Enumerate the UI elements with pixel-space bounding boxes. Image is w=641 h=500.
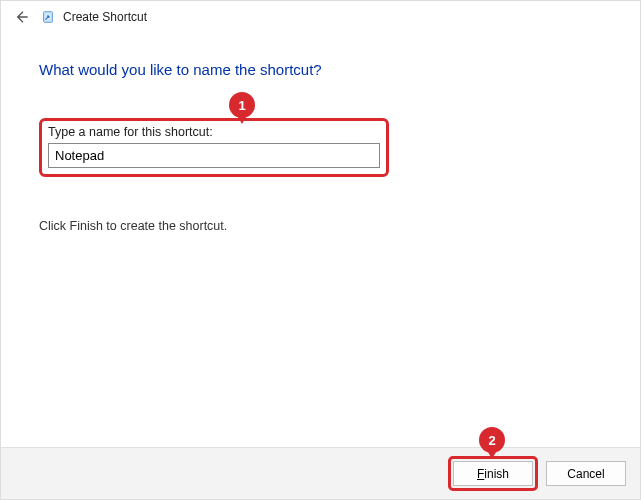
- window-title: Create Shortcut: [63, 10, 147, 24]
- annotation-step-2: 2: [479, 427, 505, 453]
- finish-button[interactable]: Finish: [453, 461, 533, 486]
- shortcut-wizard-icon: [41, 10, 55, 24]
- name-field-group: 1 Type a name for this shortcut:: [39, 118, 389, 177]
- annotation-highlight-1: Type a name for this shortcut:: [39, 118, 389, 177]
- button-bar: 2 Finish Cancel: [1, 447, 640, 499]
- annotation-step-1: 1: [229, 92, 255, 118]
- shortcut-name-label: Type a name for this shortcut:: [48, 125, 380, 139]
- dialog-content: What would you like to name the shortcut…: [1, 33, 640, 233]
- shortcut-name-input[interactable]: [48, 143, 380, 168]
- titlebar: Create Shortcut: [1, 1, 640, 33]
- back-button[interactable]: [9, 5, 33, 29]
- back-arrow-icon: [13, 9, 29, 25]
- cancel-button[interactable]: Cancel: [546, 461, 626, 486]
- annotation-highlight-2: 2 Finish: [448, 456, 538, 491]
- instruction-text: Click Finish to create the shortcut.: [39, 219, 602, 233]
- page-heading: What would you like to name the shortcut…: [39, 61, 602, 78]
